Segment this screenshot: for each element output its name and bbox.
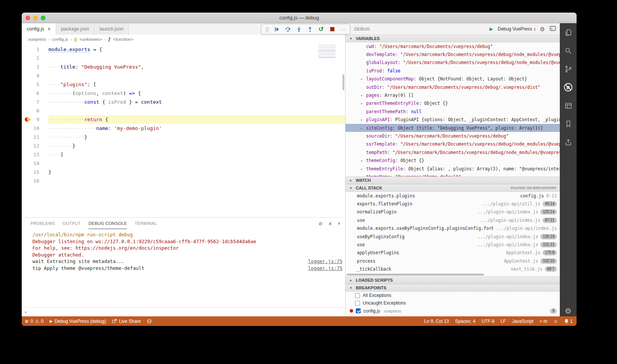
tab-config-js[interactable]: config.js × [22,23,56,35]
tab-debug-console[interactable]: DEBUG CONSOLE [88,218,127,229]
code-line[interactable]: ············return { [48,115,345,124]
code-line[interactable]: ········} [48,141,345,150]
breakpoint-all-exceptions[interactable]: All Exceptions [345,292,560,299]
expand-icon[interactable]: ▸ [361,93,366,97]
line-number[interactable]: 2 [22,54,48,63]
callstack-frame[interactable]: applyUserPluginsAppContext.js175:8 [345,249,560,257]
code-line[interactable] [48,54,345,63]
drag-handle-icon[interactable] [265,27,269,32]
close-window-button[interactable] [26,16,30,20]
checkbox-checked[interactable] [356,308,361,313]
expand-icon[interactable]: ▸ [361,101,366,105]
source-control-icon[interactable] [560,60,577,78]
section-watch[interactable]: ▸ WATCH [345,176,560,184]
settings-gear-icon[interactable]: ⚙ [565,306,572,316]
search-icon[interactable] [560,42,577,60]
expand-icon[interactable]: ▸ [361,167,366,171]
breakpoint-uncaught-exceptions[interactable]: Uncaught Exceptions [345,299,560,307]
eol-sequence[interactable]: LF [501,319,506,324]
expand-icon[interactable]: ▸ [361,126,366,130]
line-number[interactable]: 16 [22,176,48,185]
console-source-link[interactable]: logger.js:75 [308,265,342,272]
callstack-frame[interactable]: use.../plugin-api/index.js101:12 [345,241,560,249]
variable-row[interactable]: ▸pluginAPI: PluginAPI {options: Object, … [345,116,560,124]
variable-row[interactable]: isProd: false [345,67,560,75]
minimize-window-button[interactable] [33,16,38,20]
line-number[interactable]: 4 [22,71,48,80]
breadcrumb-item[interactable]: <unknown> [79,37,102,42]
cursor-position[interactable]: Ln 9, Col 13 [424,319,449,324]
line-number[interactable]: 7 [22,98,48,106]
variable-row[interactable]: ▸layoutComponentMap: Object {NotFound: O… [345,75,560,83]
tab-launch-json[interactable]: launch.json [95,23,129,35]
problems-status[interactable]: ⊗ 0 ⚠ 0 [25,319,43,324]
code-line[interactable]: ················name: 'my-demo-plugin' [48,124,345,133]
open-debug-console-icon[interactable] [550,26,556,33]
bookmarks-icon[interactable] [560,115,577,133]
debug-icon[interactable] [560,78,577,96]
language-mode[interactable]: JavaScript [512,319,533,324]
variable-row[interactable]: ▸siteConfig: Object {title: "Debugging V… [345,124,560,132]
variable-row[interactable]: outDir: "/Users/marcomark/Documents/vuep… [345,83,560,91]
variable-row[interactable]: themeName: "@vuepress/theme-default" [345,173,560,176]
maximize-panel-icon[interactable]: ∧ [328,221,332,226]
code-line[interactable] [48,176,345,185]
callstack-frame[interactable]: _tickCallbacknext_tick.js68:7 [345,265,560,273]
variable-row[interactable]: ▸pages: Array(0) [] [345,91,560,99]
mode-indicator[interactable]: = m [540,319,547,324]
callstack-scrollbar[interactable] [345,273,560,276]
variable-row[interactable]: ▸themeConfig: Object {} [345,156,560,164]
breadcrumb-item[interactable]: <function> [113,37,133,42]
callstack-frame[interactable]: module.exports.useByPluginsConfig.plugin… [345,224,560,233]
console-source-link[interactable]: logger.js:75 [308,258,342,265]
code-line[interactable]: ····title: "Debugging VuePress", [48,63,345,71]
callstack-frame[interactable]: useByPluginsConfig.../plugin-api/index.j… [345,233,560,241]
line-number[interactable]: 11 [22,133,48,141]
feedback-smiley-icon[interactable]: ☺ [553,319,558,324]
step-into-button[interactable] [296,26,302,32]
clear-console-icon[interactable]: ⊘ [318,221,323,226]
encoding[interactable]: UTF-8 [482,319,495,324]
start-debug-icon[interactable]: ▶ [490,27,493,31]
step-over-button[interactable] [285,26,291,32]
code-line[interactable]: ····] [48,150,345,159]
breadcrumb-item[interactable]: .vuepress [27,37,46,42]
tab-output[interactable]: OUTPUT [63,218,81,229]
line-number[interactable]: 14 [22,159,48,168]
callstack-frame[interactable]: module.exports.pluginsconfig.js9:13 [345,192,560,200]
callstack-frame[interactable]: processAppContext.js102:10 [345,257,560,265]
variable-row[interactable]: devTemplate: "/Users/marcomark/Documents… [345,50,560,58]
section-variables[interactable]: ▾ VARIABLES [345,35,560,42]
tab-problems[interactable]: PROBLEMS [31,218,55,229]
close-icon[interactable]: × [48,26,51,32]
explorer-icon[interactable] [560,23,577,42]
tab-terminal[interactable]: TERMINAL [135,218,157,229]
stop-button[interactable] [329,26,335,32]
minimap[interactable] [318,45,340,58]
breadcrumb-item[interactable]: config.js [52,37,68,42]
line-number[interactable]: 1 [22,45,48,54]
line-number[interactable]: 3 [22,63,48,71]
line-number[interactable]: 15 [22,168,48,176]
continue-button[interactable] [274,26,280,32]
variable-row[interactable]: parentThemePath: null [345,107,560,115]
variable-row[interactable]: ssrTemplate: "/Users/marcomark/Documents… [345,140,560,148]
breakpoint-config-js[interactable]: config.js .vuepress 9 [345,307,560,315]
code-line[interactable]: ············const { isProd } = context [48,98,345,106]
code-line[interactable]: ········(options, context) => { [48,89,345,98]
expand-icon[interactable]: ▸ [361,77,366,81]
code-line[interactable]: } [48,168,345,176]
console-input[interactable]: › [22,307,345,316]
line-number[interactable]: 13 [22,150,48,159]
variable-row[interactable]: cwd: "/Users/marcomark/Documents/vuepres… [345,42,560,50]
section-call-stack[interactable]: ▾ CALL STACK PAUSED ON BREAKPOINT [345,184,560,192]
code-line[interactable]: module.exports = { [48,45,345,54]
line-number[interactable]: 8 [22,106,48,115]
code-line[interactable]: ············} [48,133,345,141]
tab-package-json[interactable]: package.json [56,23,95,35]
live-share-icon[interactable] [560,133,577,151]
code-line[interactable] [48,71,345,80]
indentation[interactable]: Spaces: 4 [455,319,475,324]
variable-row[interactable]: ▸parentThemeEntryFile: Object {} [345,99,560,107]
status-extra-icon[interactable] [147,319,152,324]
